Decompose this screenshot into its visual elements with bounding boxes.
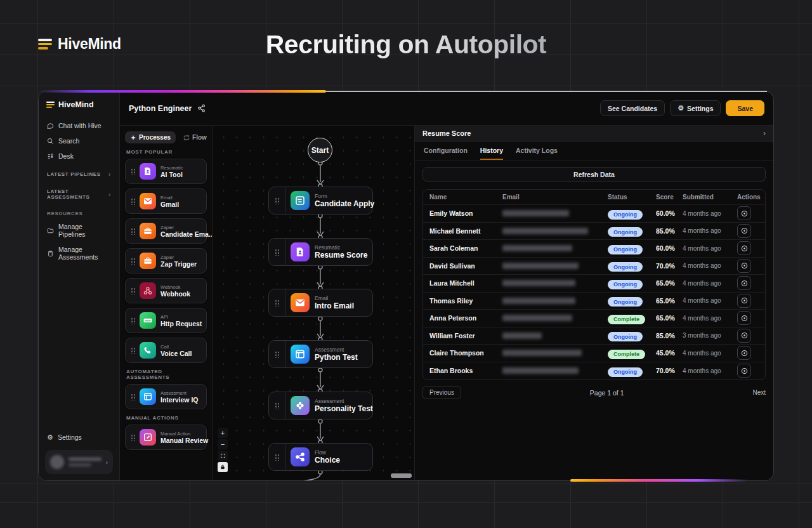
tab-configuration[interactable]: Configuration [424,142,468,160]
gear-icon: ⚙ [47,434,53,441]
palette-item[interactable]: HTTP API Http Request [125,308,207,333]
interview-iq-icon [140,388,156,405]
tab-activity-logs[interactable]: Activity Logs [516,142,558,160]
score-value: 85.0% [656,227,683,235]
view-candidate-button[interactable] [737,224,751,238]
flow-node-start[interactable]: Start [308,138,332,162]
table-row[interactable]: Ethan Brooks Ongoing 70.0% 4 months ago [423,362,765,380]
lock-button[interactable] [218,462,228,472]
status-badge: Complete [608,350,645,359]
table-row[interactable]: Sarah Coleman Ongoing 60.0% 4 months ago [423,240,765,258]
drag-handle-icon[interactable] [269,187,285,214]
main-header: Python Engineer See Candidates ⚙Settings… [120,91,773,125]
palette-item[interactable]: Call Voice Call [125,338,207,363]
zoom-in-button[interactable]: + [218,428,228,438]
view-candidate-button[interactable] [737,311,751,325]
drag-handle-icon[interactable] [269,239,285,265]
table-row[interactable]: David Sullivan Ongoing 70.0% 4 months ag… [423,258,765,275]
settings-button[interactable]: ⚙Settings [670,100,721,116]
score-value: 70.0% [656,367,683,374]
palette-item[interactable]: Email Gmail [125,188,207,214]
zoom-out-button[interactable]: − [218,439,228,449]
view-candidate-button[interactable] [737,259,751,273]
view-candidate-button[interactable] [737,276,751,290]
palette-item[interactable]: Webhook Webhook [125,278,207,303]
flow-node-candidate-apply[interactable]: Form Candidate Apply [268,187,373,214]
canvas-horizontal-scrollbar[interactable] [391,473,412,478]
sidebar-item-settings[interactable]: ⚙ Settings [45,430,113,445]
sidebar-item-manage-pipelines[interactable]: Manage Pipelines [45,219,113,242]
view-candidate-button[interactable] [737,241,751,255]
flow-node-resume-score[interactable]: Resumatic Resume Score [268,238,373,266]
view-icon [740,296,749,305]
refresh-data-button[interactable]: Refresh Data [422,167,766,182]
sidebar-item-manage-assessments[interactable]: Manage Assessments [45,242,113,265]
table-row[interactable]: Emily Watson Ongoing 60.0% 4 months ago [423,205,765,223]
group-label: LATEST ASSESSMENTS [47,188,108,200]
table-row[interactable]: Laura Mitchell Ongoing 65.0% 4 months ag… [423,275,765,293]
chevron-right-icon: › [108,191,111,198]
drag-handle-icon[interactable] [126,198,140,205]
email-redacted [502,263,579,269]
gradient-border-top [38,90,326,93]
drag-handle-icon[interactable] [126,228,140,235]
sidebar-item-label: Manage Pipelines [58,223,111,238]
table-row[interactable]: Thomas Riley Ongoing 65.0% 4 months ago [423,293,765,310]
next-page-button[interactable]: Next [752,389,766,396]
button-label: Save [737,105,753,112]
palette-tab-processes[interactable]: Processes [125,131,176,143]
sidebar-group-latest-assessments[interactable]: LATEST ASSESSMENTS › [45,182,113,204]
flow-node-intro-email[interactable]: Email Intro Email [268,289,373,317]
palette-item[interactable]: Manual Action Manual Review [125,425,207,450]
palette-item[interactable]: Resumatic AI Tool [125,159,207,184]
view-candidate-button[interactable] [737,364,751,378]
sidebar-item-search[interactable]: Search [45,133,113,148]
tab-history[interactable]: History [480,142,503,160]
submitted-value: 4 months ago [683,227,737,234]
drag-handle-icon[interactable] [269,289,285,316]
view-candidate-button[interactable] [737,294,751,308]
user-card[interactable]: › [45,450,113,474]
view-candidate-button[interactable] [737,329,751,343]
view-candidate-button[interactable] [737,346,751,360]
sidebar-item-desk[interactable]: Desk [45,148,113,164]
drag-handle-icon[interactable] [269,392,285,419]
table-row[interactable]: William Foster Ongoing 85.0% 3 months ag… [423,327,765,345]
drag-handle-icon[interactable] [126,434,140,441]
chevron-right-icon[interactable]: › [763,129,766,138]
table-row[interactable]: Anna Peterson Complete 65.0% 4 months ag… [423,310,765,327]
drag-handle-icon[interactable] [126,317,140,324]
see-candidates-button[interactable]: See Candidates [600,100,665,116]
palette-item[interactable]: Zapier Candidate Ema... [125,218,207,244]
sidebar-logo: HiveMind [45,100,113,118]
drag-handle-icon[interactable] [269,444,285,470]
drag-handle-icon[interactable] [126,168,140,175]
palette-tab-flow[interactable]: Flow [178,131,212,143]
http-request-icon: HTTP [140,312,156,329]
share-icon[interactable] [197,104,206,112]
table-row[interactable]: Michael Bennett Ongoing 85.0% 4 months a… [423,223,765,241]
palette-item[interactable]: Zapier Zap Trigger [125,248,207,274]
flow-node-python-test[interactable]: Assessment Python Test [268,340,373,368]
drag-handle-icon[interactable] [126,287,140,294]
previous-page-button[interactable]: Previous [422,386,461,399]
view-candidate-button[interactable] [737,206,751,220]
sidebar-group-latest-pipelines[interactable]: LATEST PIPELINES › [45,164,113,182]
save-button[interactable]: Save [726,100,764,116]
sidebar-item-chat-with-hive[interactable]: Chat with Hive [45,118,113,133]
avatar [50,455,64,469]
table-row[interactable]: Claire Thompson Complete 45.0% 4 months … [423,345,765,362]
flow-canvas[interactable]: Start Form Candidate Apply Resumatic Res… [212,125,415,480]
flow-node-choice[interactable]: Flow Choice [268,443,373,471]
palette-item[interactable]: Assessment Interview IQ [125,384,207,409]
inspector-header[interactable]: Resume Score › [415,126,773,142]
drag-handle-icon[interactable] [269,341,285,367]
score-value: 70.0% [656,262,683,270]
fit-view-button[interactable] [218,451,228,461]
item-name: Candidate Ema... [160,230,202,238]
node-name: Intro Email [315,301,354,310]
flow-node-personality-test[interactable]: Assessment Personality Test [268,392,373,419]
drag-handle-icon[interactable] [126,347,140,354]
drag-handle-icon[interactable] [126,393,140,400]
drag-handle-icon[interactable] [126,258,140,265]
